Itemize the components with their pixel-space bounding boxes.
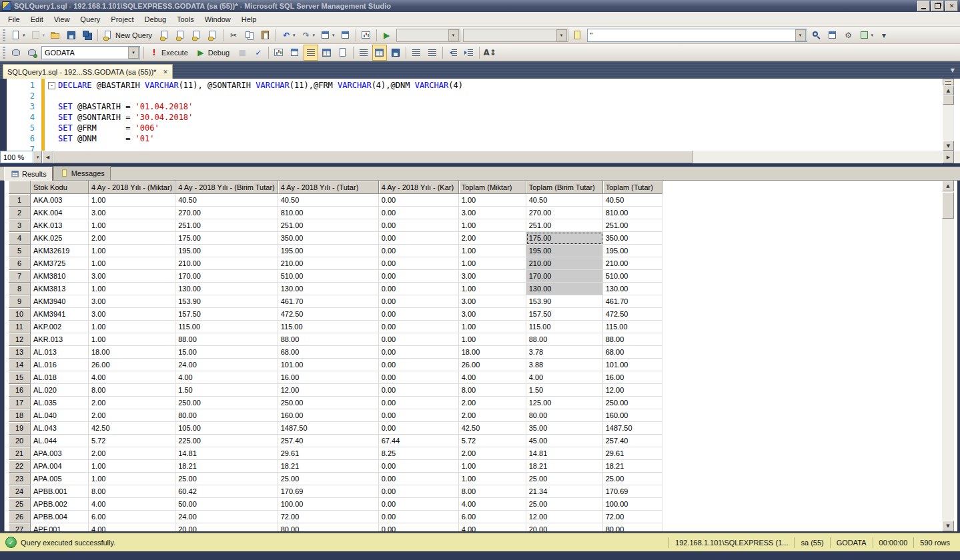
grid-cell[interactable]: 125.00: [526, 397, 603, 409]
grid-cell[interactable]: 0.00: [379, 498, 459, 511]
close-button[interactable]: ✕: [945, 1, 958, 11]
grid-cell[interactable]: AKM32619: [31, 245, 89, 257]
grid-cell[interactable]: 6.00: [459, 511, 526, 523]
grid-cell[interactable]: 270.00: [175, 207, 278, 219]
analysis-mdx-query-button[interactable]: [173, 27, 188, 43]
grid-cell[interactable]: 21.34: [526, 485, 603, 498]
grid-cell[interactable]: AL.016: [31, 359, 89, 371]
grid-cell[interactable]: 29.61: [603, 447, 662, 460]
grid-cell[interactable]: 472.50: [278, 308, 379, 321]
grid-cell[interactable]: 160.00: [603, 409, 662, 422]
grid-cell[interactable]: 210.00: [175, 257, 278, 270]
column-header[interactable]: 4 Ay - 2018 Yılı - (Miktar): [89, 181, 175, 194]
column-header[interactable]: 4 Ay - 2018 Yılı - (Birim Tutar): [175, 181, 278, 194]
paste-button[interactable]: [258, 27, 273, 43]
row-header[interactable]: 7: [9, 270, 31, 283]
grid-cell[interactable]: AKK.013: [31, 219, 89, 232]
grid-cell[interactable]: 25.00: [526, 498, 603, 511]
grid-cell[interactable]: 0.00: [379, 511, 459, 523]
grid-cell[interactable]: AKA.003: [31, 194, 89, 207]
grid-cell[interactable]: 25.00: [278, 473, 379, 485]
grid-cell[interactable]: 115.00: [278, 321, 379, 333]
grid-cell[interactable]: 40.50: [603, 194, 662, 207]
grid-cell[interactable]: 1.00: [459, 219, 526, 232]
grid-cell[interactable]: 0.00: [379, 333, 459, 346]
grid-cell[interactable]: APF.001: [31, 523, 89, 531]
grid-cell[interactable]: 0.00: [379, 245, 459, 257]
grid-cell[interactable]: 3.00: [89, 308, 175, 321]
grid-vscroll-thumb[interactable]: [942, 192, 954, 219]
grid-cell[interactable]: 210.00: [603, 257, 662, 270]
database-engine-query-button[interactable]: [157, 27, 172, 43]
row-header[interactable]: 24: [9, 485, 31, 498]
grid-cell[interactable]: 2.00: [89, 409, 175, 422]
grid-cell[interactable]: 270.00: [526, 207, 603, 219]
grid-cell[interactable]: 18.21: [278, 460, 379, 473]
grid-cell[interactable]: 350.00: [278, 232, 379, 245]
grid-cell[interactable]: 5.72: [459, 435, 526, 447]
grid-cell[interactable]: 472.50: [603, 308, 662, 321]
cut-button[interactable]: ✂: [226, 27, 241, 43]
row-header[interactable]: 8: [9, 283, 31, 295]
grid-cell[interactable]: 0.00: [379, 460, 459, 473]
grid-cell[interactable]: AKK.004: [31, 207, 89, 219]
grid-cell[interactable]: 0.00: [379, 283, 459, 295]
scroll-down-icon[interactable]: ▼: [943, 141, 954, 151]
row-header[interactable]: 22: [9, 460, 31, 473]
menu-view[interactable]: View: [49, 13, 75, 25]
menu-edit[interactable]: Edit: [25, 13, 49, 25]
grid-cell[interactable]: 101.00: [603, 359, 662, 371]
grid-cell[interactable]: AL.013: [31, 346, 89, 359]
row-header[interactable]: 4: [9, 232, 31, 245]
grid-cell[interactable]: 80.00: [175, 409, 278, 422]
grid-cell[interactable]: AKM3810: [31, 270, 89, 283]
grid-cell[interactable]: APA.003: [31, 447, 89, 460]
grid-cell[interactable]: 88.00: [278, 333, 379, 346]
grid-cell[interactable]: 0.00: [379, 485, 459, 498]
grid-cell[interactable]: 1.00: [89, 194, 175, 207]
grid-cell[interactable]: 40.50: [278, 194, 379, 207]
grid-cell[interactable]: 0.00: [379, 523, 459, 531]
restore-button[interactable]: [931, 1, 944, 11]
grid-cell[interactable]: 510.00: [603, 270, 662, 283]
grid-cell[interactable]: 115.00: [175, 321, 278, 333]
grid-cell[interactable]: 461.70: [278, 295, 379, 308]
grid-cell[interactable]: 0.00: [379, 321, 459, 333]
menu-project[interactable]: Project: [105, 13, 139, 25]
grid-cell[interactable]: 8.00: [459, 485, 526, 498]
zoom-combo[interactable]: 100 %: [0, 151, 33, 163]
grid-cell[interactable]: 0.00: [379, 308, 459, 321]
increase-indent-button[interactable]: [462, 45, 476, 61]
grid-cell[interactable]: 60.42: [175, 485, 278, 498]
include-actual-plan-button[interactable]: [320, 45, 334, 61]
intellisense-enabled-button[interactable]: [304, 45, 318, 61]
thread-combo[interactable]: ▾: [463, 29, 568, 42]
grid-cell[interactable]: 3.00: [89, 270, 175, 283]
grid-cell[interactable]: 170.00: [526, 270, 603, 283]
external-tools-button[interactable]: ⚙: [841, 27, 856, 43]
tab-messages[interactable]: Messages: [53, 166, 111, 180]
grid-cell[interactable]: 1.00: [459, 194, 526, 207]
grid-cell[interactable]: 18.21: [526, 460, 603, 473]
grid-cell[interactable]: 130.00: [278, 283, 379, 295]
grid-cell[interactable]: 18.21: [175, 460, 278, 473]
grid-cell[interactable]: 14.81: [526, 447, 603, 460]
grid-cell[interactable]: 160.00: [278, 409, 379, 422]
grid-cell[interactable]: 3.88: [526, 359, 603, 371]
grid-cell[interactable]: 24.00: [175, 511, 278, 523]
grid-cell[interactable]: 257.40: [603, 435, 662, 447]
grid-cell[interactable]: APA.004: [31, 460, 89, 473]
row-header[interactable]: 20: [9, 435, 31, 447]
grid-cell[interactable]: 12.00: [603, 384, 662, 397]
grid-cell[interactable]: 130.00: [603, 283, 662, 295]
grid-cell[interactable]: 3.00: [459, 270, 526, 283]
tab-results[interactable]: Results: [4, 167, 53, 181]
add-item-button[interactable]: ▾: [29, 27, 47, 43]
grid-corner-cell[interactable]: [9, 181, 31, 194]
grid-cell[interactable]: AL.020: [31, 384, 89, 397]
grid-cell[interactable]: 4.00: [459, 498, 526, 511]
grid-cell[interactable]: 1.00: [459, 473, 526, 485]
grid-cell[interactable]: 100.00: [603, 498, 662, 511]
grid-cell[interactable]: 4.00: [526, 371, 603, 384]
row-header[interactable]: 21: [9, 447, 31, 460]
